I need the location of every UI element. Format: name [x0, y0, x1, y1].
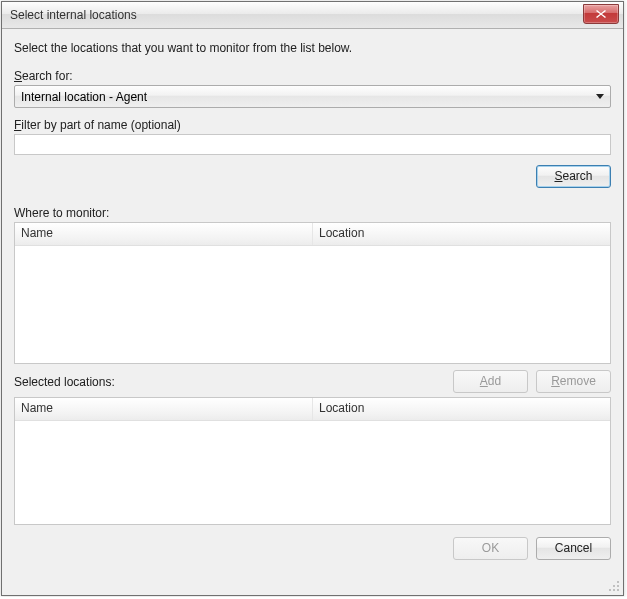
list-body [15, 246, 610, 363]
search-for-dropdown[interactable]: Internal location - Agent [14, 85, 611, 108]
list-header: Name Location [15, 398, 610, 421]
dialog-content: Select the locations that you want to mo… [2, 29, 623, 595]
close-button[interactable] [583, 4, 619, 24]
dialog-window: Select internal locations Select the loc… [1, 1, 624, 596]
chevron-down-icon [596, 94, 604, 99]
svg-rect-5 [617, 589, 619, 591]
filter-input[interactable] [14, 134, 611, 155]
selected-locations-label: Selected locations: [14, 375, 453, 389]
search-for-label: Search for: [14, 69, 611, 83]
where-to-monitor-list[interactable]: Name Location [14, 222, 611, 364]
column-location[interactable]: Location [313, 398, 610, 420]
svg-rect-0 [617, 581, 619, 583]
titlebar: Select internal locations [2, 2, 623, 29]
selected-locations-list[interactable]: Name Location [14, 397, 611, 525]
resize-grip-icon[interactable] [607, 579, 621, 593]
list-header: Name Location [15, 223, 610, 246]
window-title: Select internal locations [10, 8, 137, 22]
search-for-value: Internal location - Agent [21, 90, 147, 104]
column-name[interactable]: Name [15, 223, 313, 245]
column-name[interactable]: Name [15, 398, 313, 420]
cancel-button[interactable]: Cancel [536, 537, 611, 560]
filter-label: Filter by part of name (optional) [14, 118, 611, 132]
svg-rect-1 [613, 585, 615, 587]
search-button[interactable]: Search [536, 165, 611, 188]
close-icon [596, 10, 606, 18]
svg-rect-3 [609, 589, 611, 591]
ok-button: OK [453, 537, 528, 560]
remove-button: Remove [536, 370, 611, 393]
instruction-text: Select the locations that you want to mo… [14, 41, 611, 55]
add-button: Add [453, 370, 528, 393]
svg-rect-2 [617, 585, 619, 587]
where-to-monitor-label: Where to monitor: [14, 206, 611, 220]
svg-rect-4 [613, 589, 615, 591]
column-location[interactable]: Location [313, 223, 610, 245]
list-body [15, 421, 610, 524]
